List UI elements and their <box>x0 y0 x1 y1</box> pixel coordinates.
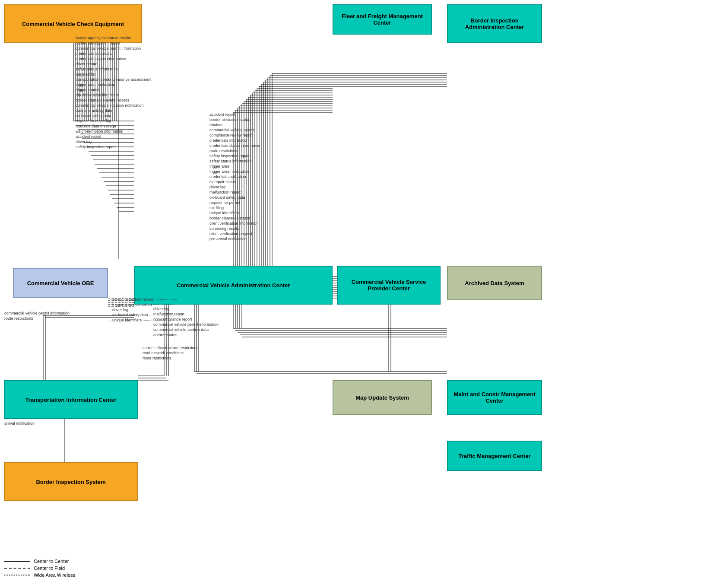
legend: Center to Center Center to Field Wide Ar… <box>4 559 75 579</box>
node-fleet: Fleet and Freight Management Center <box>333 4 432 35</box>
node-ads: Archived Data System <box>447 266 542 300</box>
node-mus: Map Update System <box>333 380 432 415</box>
node-bis: Border Inspection System <box>4 462 138 501</box>
node-tmc: Traffic Management Center <box>447 441 542 471</box>
node-biac: Border Inspection Administration Center <box>447 4 542 43</box>
node-tic: Transportation Information Center <box>4 380 138 419</box>
legend-dotted-line <box>4 575 30 575</box>
legend-wide-area-wireless: Wide Area Wireless <box>4 572 75 578</box>
legend-center-to-field: Center to Field <box>4 566 75 571</box>
diagram-container: Commercial Vehicle Check Equipment Fleet… <box>0 0 701 588</box>
legend-dashed-line <box>4 568 30 569</box>
node-cvoe: Commercial Vehicle OBE <box>13 268 108 298</box>
node-cvspc: Commercial Vehicle Service Provider Cent… <box>337 266 441 305</box>
legend-center-to-center: Center to Center <box>4 559 75 564</box>
node-mcmc: Maint and Constr Management Center <box>447 380 542 415</box>
legend-solid-line <box>4 561 30 562</box>
